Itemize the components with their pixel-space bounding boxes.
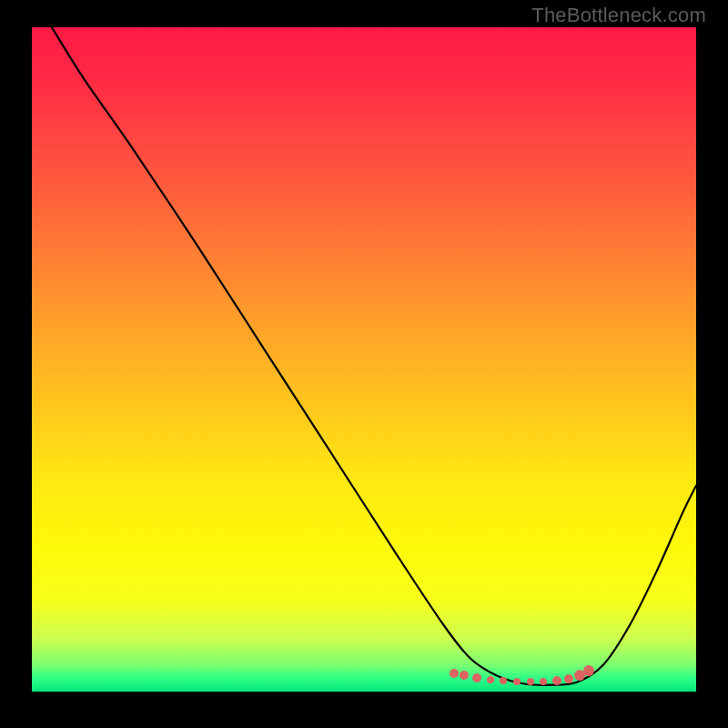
highlight-dot xyxy=(513,678,521,685)
highlight-dot xyxy=(540,678,547,685)
highlight-dot xyxy=(500,677,507,684)
highlight-dot xyxy=(450,669,459,678)
dots-layer xyxy=(32,27,696,692)
highlight-dot xyxy=(460,671,469,680)
highlight-dot xyxy=(552,676,561,685)
highlight-dot xyxy=(472,673,481,682)
highlight-dot xyxy=(583,665,594,676)
watermark-text: TheBottleneck.com xyxy=(531,4,706,27)
highlight-dot xyxy=(487,676,494,683)
highlight-dot xyxy=(564,674,573,683)
plot-area xyxy=(32,27,696,692)
highlight-dot xyxy=(527,678,534,685)
